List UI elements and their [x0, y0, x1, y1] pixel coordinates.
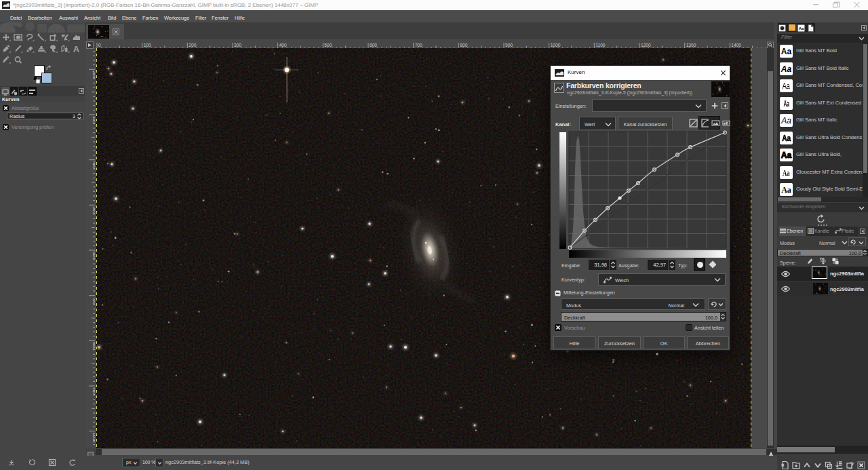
svg-text:300: 300 — [234, 43, 241, 47]
svg-text:900: 900 — [505, 43, 513, 47]
svg-text:100: 100 — [144, 43, 151, 47]
svg-text:500: 500 — [324, 43, 332, 47]
svg-text:1200: 1200 — [641, 43, 651, 47]
svg-text:1100: 1100 — [595, 43, 606, 47]
svg-text:1400: 1400 — [731, 43, 741, 47]
svg-text:800: 800 — [460, 43, 467, 47]
svg-text:600: 600 — [370, 43, 377, 47]
svg-text:1000: 1000 — [551, 43, 561, 47]
svg-text:700: 700 — [415, 43, 422, 47]
svg-text:400: 400 — [279, 43, 287, 47]
svg-text:0: 0 — [98, 43, 101, 47]
svg-text:A: A — [73, 44, 80, 54]
svg-text:1300: 1300 — [686, 43, 696, 47]
svg-text:Aa: Aa — [799, 26, 804, 31]
svg-text:200: 200 — [189, 43, 196, 47]
